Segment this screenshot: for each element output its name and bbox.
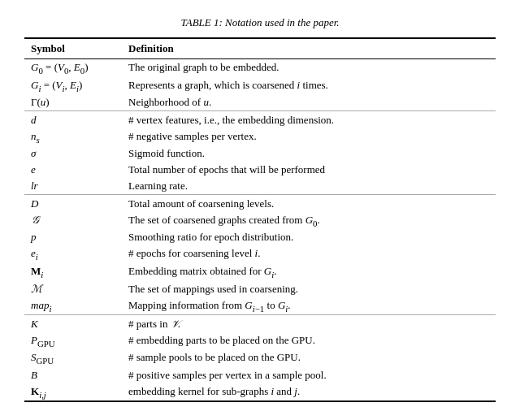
definition-cell: # sample pools to be placed on the GPU. [122, 349, 496, 367]
notation-table: Symbol Definition G0 = (V0, E0)The origi… [24, 37, 496, 402]
symbol-cell: Ki,j [24, 383, 122, 402]
definition-cell: Neighborhood of u. [122, 94, 496, 111]
definition-cell: # epochs for coarsening level i. [122, 245, 496, 263]
definition-cell: embedding kernel for sub-graphs i and j. [122, 383, 496, 402]
definition-cell: Mapping information from Gi−1 to Gi. [122, 297, 496, 315]
definition-cell: # embedding parts to be placed on the GP… [122, 332, 496, 350]
definition-cell: Represents a graph, which is coarsened i… [122, 77, 496, 95]
symbol-cell: ℳ [24, 281, 122, 297]
col-header-symbol: Symbol [24, 38, 122, 59]
table-row: PGPU# embedding parts to be placed on th… [24, 332, 496, 350]
table-row: Gi = (Vi, Ei)Represents a graph, which i… [24, 77, 496, 95]
table-row: mapiMapping information from Gi−1 to Gi. [24, 297, 496, 315]
symbol-cell: ei [24, 245, 122, 263]
table-row: B# positive samples per vertex in a samp… [24, 367, 496, 383]
definition-cell: # parts in 𝒱. [122, 316, 496, 332]
symbol-cell: G0 = (V0, E0) [24, 59, 122, 77]
symbol-cell: 𝒢 [24, 212, 122, 230]
symbol-cell: Gi = (Vi, Ei) [24, 77, 122, 95]
table-row: DTotal amount of coarsening levels. [24, 196, 496, 212]
symbol-cell: Γ(u) [24, 94, 122, 111]
table-row: pSmoothing ratio for epoch distribution. [24, 229, 496, 245]
table-row: ℳThe set of mappings used in coarsening. [24, 281, 496, 297]
table-row: G0 = (V0, E0)The original graph to be em… [24, 59, 496, 77]
table-row: lrLearning rate. [24, 178, 496, 195]
symbol-cell: D [24, 196, 122, 212]
definition-cell: Embedding matrix obtained for Gi. [122, 263, 496, 281]
symbol-cell: Mi [24, 263, 122, 281]
symbol-cell: PGPU [24, 332, 122, 350]
table-row: d# vertex features, i.e., the embedding … [24, 112, 496, 128]
table-row: MiEmbedding matrix obtained for Gi. [24, 263, 496, 281]
table-row: eTotal number of epochs that will be per… [24, 162, 496, 178]
table-row: ei# epochs for coarsening level i. [24, 245, 496, 263]
definition-cell: # vertex features, i.e., the embedding d… [122, 112, 496, 128]
table-row: K# parts in 𝒱. [24, 316, 496, 332]
symbol-cell: ns [24, 128, 122, 146]
symbol-cell: d [24, 112, 122, 128]
definition-cell: # positive samples per vertex in a sampl… [122, 367, 496, 383]
definition-cell: Total number of epochs that will be perf… [122, 162, 496, 178]
definition-cell: # negative samples per vertex. [122, 128, 496, 146]
symbol-cell: e [24, 162, 122, 178]
table-row: ns# negative samples per vertex. [24, 128, 496, 146]
definition-cell: The set of mappings used in coarsening. [122, 281, 496, 297]
definition-cell: Smoothing ratio for epoch distribution. [122, 229, 496, 245]
page-title: TABLE 1: Notation used in the paper. [180, 16, 339, 29]
table-row: 𝒢The set of coarsened graphs created fro… [24, 212, 496, 230]
definition-cell: Learning rate. [122, 178, 496, 195]
definition-cell: The set of coarsened graphs created from… [122, 212, 496, 230]
symbol-cell: lr [24, 178, 122, 195]
table-row: Γ(u)Neighborhood of u. [24, 94, 496, 111]
definition-cell: Sigmoid function. [122, 145, 496, 162]
symbol-cell: σ [24, 145, 122, 162]
symbol-cell: mapi [24, 297, 122, 315]
table-row: Ki,jembedding kernel for sub-graphs i an… [24, 383, 496, 402]
col-header-definition: Definition [122, 38, 496, 59]
symbol-cell: B [24, 367, 122, 383]
table-row: SGPU# sample pools to be placed on the G… [24, 349, 496, 367]
symbol-cell: SGPU [24, 349, 122, 367]
definition-cell: The original graph to be embedded. [122, 59, 496, 77]
symbol-cell: p [24, 229, 122, 245]
symbol-cell: K [24, 316, 122, 332]
definition-cell: Total amount of coarsening levels. [122, 196, 496, 212]
table-row: σSigmoid function. [24, 145, 496, 162]
